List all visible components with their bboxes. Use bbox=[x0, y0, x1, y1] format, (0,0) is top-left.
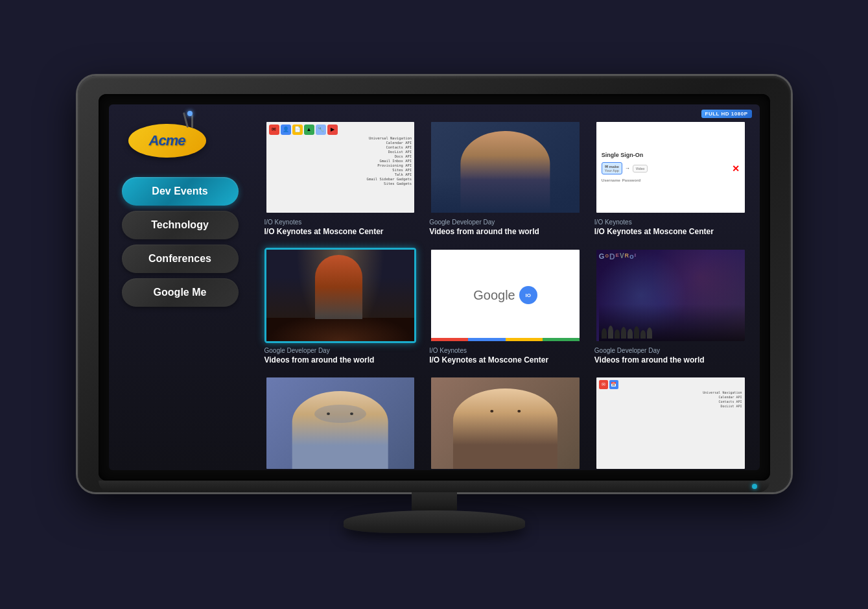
card-3-title: Videos from around the world bbox=[264, 355, 417, 366]
stripe-red bbox=[431, 338, 468, 341]
sso-title: Single Sign-On bbox=[602, 152, 644, 158]
thumb-api2: ✉ 📅 Universal Navigation Calendar API Co… bbox=[596, 377, 745, 469]
nav-google-me-label: Google Me bbox=[154, 287, 207, 298]
tv-power-indicator bbox=[752, 484, 757, 489]
tv-bezel: FULL HD 1080P Acme Dev Events bbox=[99, 94, 770, 481]
api-text-list: Universal Navigation Calendar API Contac… bbox=[269, 136, 412, 185]
thumb-face-1 bbox=[266, 377, 415, 469]
video-grid: ✉ 👤 📄 ▲ 🔧 ▶ Universal Navigation bbox=[264, 117, 747, 458]
tv-bottom-bar bbox=[99, 481, 770, 492]
sso-arrow: → bbox=[625, 165, 630, 171]
nav-dev-events[interactable]: Dev Events bbox=[122, 177, 239, 206]
api-icons-grid: ✉ 👤 📄 ▲ 🔧 ▶ bbox=[269, 125, 412, 135]
api-item-6: Gmail Inbox API bbox=[379, 159, 412, 163]
crowd-letter-d: D bbox=[609, 252, 615, 261]
video-card-0[interactable]: ✉ 👤 📄 ▲ 🔧 ▶ Universal Navigation bbox=[264, 120, 417, 237]
sso-box-video: Video bbox=[633, 165, 648, 173]
stripe-blue bbox=[468, 338, 505, 341]
eye-left-2 bbox=[490, 410, 493, 412]
nav-conferences[interactable]: Conferences bbox=[122, 245, 239, 273]
thumb-sso: Single Sign-On ✉ make Your App → bbox=[596, 122, 745, 213]
video-card-5[interactable]: G o D E V R o I bbox=[594, 248, 747, 365]
api-item-11: Sites Gadgets bbox=[384, 182, 412, 185]
screen-content: Acme Dev Events Technology Conferences bbox=[109, 104, 760, 471]
sil-3 bbox=[615, 329, 620, 339]
sil-1 bbox=[602, 328, 607, 339]
tv-neck bbox=[412, 492, 457, 510]
video-thumb-2: Single Sign-On ✉ make Your App → bbox=[594, 120, 747, 215]
api-item-10: Gmail Sidebar Gadgets bbox=[367, 177, 412, 181]
api-item-7: Provisioning API bbox=[377, 163, 412, 167]
card-4-category: I/O Keynotes bbox=[429, 347, 581, 354]
video-card-3[interactable]: Google Developer Day Videos from around … bbox=[264, 248, 417, 365]
video-thumb-6 bbox=[264, 376, 417, 470]
logo-antenna-left bbox=[191, 115, 193, 128]
crowd-letter-e: E bbox=[616, 252, 619, 258]
video-card-4[interactable]: Google IO bbox=[429, 248, 581, 365]
video-card-2[interactable]: Single Sign-On ✉ make Your App → bbox=[594, 120, 747, 237]
api2-item-2: Calendar API bbox=[718, 395, 742, 399]
api2-item-1: Universal Navigation bbox=[703, 390, 742, 394]
card-5-category: Google Developer Day bbox=[594, 347, 747, 354]
api-item-5: Docs API bbox=[395, 154, 412, 158]
tv-container: FULL HD 1080P Acme Dev Events bbox=[78, 76, 791, 534]
video-card-7[interactable] bbox=[429, 376, 581, 470]
card-3-category: Google Developer Day bbox=[264, 347, 417, 354]
stripe-green bbox=[543, 338, 580, 341]
google-io-stripe bbox=[431, 338, 580, 341]
drive-icon: ▲ bbox=[304, 125, 314, 135]
card-2-title: I/O Keynotes at Moscone Center bbox=[594, 227, 747, 237]
audience-silhouettes bbox=[602, 326, 652, 339]
sso-password: Password bbox=[622, 178, 640, 182]
api2-icons: ✉ 📅 bbox=[599, 380, 742, 389]
video-thumb-4: Google IO bbox=[429, 248, 581, 343]
api2-item-4: DocList API bbox=[720, 404, 742, 408]
video-card-8[interactable]: ✉ 📅 Universal Navigation Calendar API Co… bbox=[594, 376, 747, 470]
face-2-shape bbox=[453, 388, 557, 469]
video-thumb-3 bbox=[264, 248, 417, 343]
sso-username: Username bbox=[602, 178, 620, 182]
video-thumb-8: ✉ 📅 Universal Navigation Calendar API Co… bbox=[594, 376, 747, 470]
icon-cal2: 📅 bbox=[609, 380, 618, 389]
crowd-letter-i: I bbox=[635, 252, 636, 258]
sidebar: Acme Dev Events Technology Conferences bbox=[122, 117, 252, 458]
card-5-title: Videos from around the world bbox=[594, 355, 747, 366]
card-0-category: I/O Keynotes bbox=[264, 219, 417, 226]
sil-7 bbox=[640, 330, 646, 339]
icon-gmail2: ✉ bbox=[599, 380, 608, 389]
crowd-letter-v: V bbox=[620, 252, 624, 259]
api-item-2: Calendar API bbox=[386, 141, 412, 145]
crowd-audience bbox=[599, 304, 745, 340]
nav-google-me[interactable]: Google Me bbox=[122, 278, 239, 307]
youtube-icon: ▶ bbox=[327, 125, 338, 135]
nav-technology[interactable]: Technology bbox=[122, 211, 239, 239]
tv-screen: FULL HD 1080P Acme Dev Events bbox=[109, 104, 760, 471]
api-item-8: Sites API bbox=[392, 168, 412, 172]
google-text: Google bbox=[473, 288, 515, 303]
api-item-1: Universal Navigation bbox=[369, 136, 412, 140]
video-thumb-1 bbox=[429, 120, 581, 215]
sil-6 bbox=[634, 326, 639, 339]
crowd-letter-g: G bbox=[599, 252, 605, 260]
card-1-category: Google Developer Day bbox=[429, 219, 581, 226]
sil-5 bbox=[628, 329, 633, 339]
thumb-stage bbox=[266, 250, 415, 341]
video-card-6[interactable] bbox=[264, 376, 417, 470]
sso-box-app: ✉ make Your App bbox=[602, 162, 622, 174]
google-io-container: Google IO bbox=[473, 286, 537, 304]
thumb-api-content: ✉ 👤 📄 ▲ 🔧 ▶ Universal Navigation bbox=[266, 122, 415, 213]
face-2-eyes bbox=[476, 403, 535, 420]
stripe-yellow bbox=[506, 338, 543, 341]
thumb-person bbox=[431, 122, 580, 213]
video-thumb-7 bbox=[429, 376, 581, 470]
person-bg-gradient bbox=[431, 176, 580, 213]
tv-stand bbox=[78, 492, 791, 533]
crowd-letter-o: o bbox=[605, 252, 609, 259]
eye-left bbox=[327, 412, 330, 415]
thumb-io: Google IO bbox=[431, 250, 580, 341]
video-card-1[interactable]: Google Developer Day Videos from around … bbox=[429, 120, 581, 237]
sil-8 bbox=[647, 328, 652, 339]
sso-fields: Username Password bbox=[602, 178, 640, 182]
face-1-shape bbox=[292, 391, 389, 469]
gmail-icon: ✉ bbox=[269, 125, 279, 135]
